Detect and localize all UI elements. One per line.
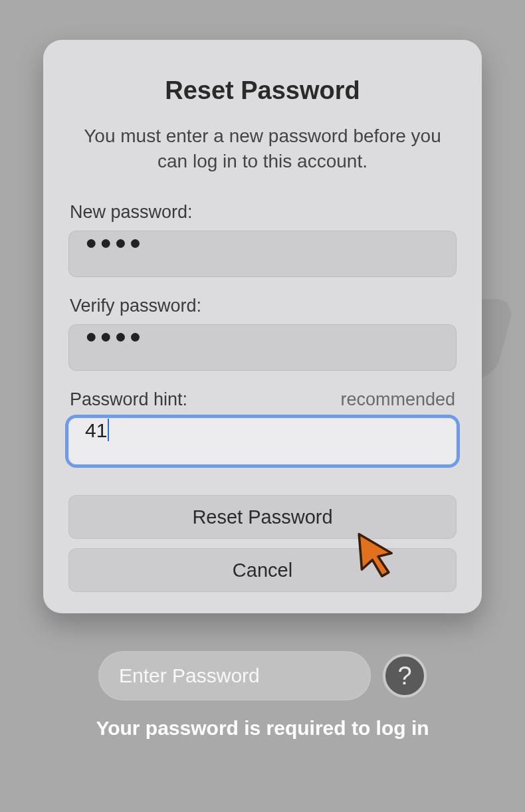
password-hint-value: 41: [85, 419, 107, 442]
verify-password-label: Verify password:: [70, 296, 201, 316]
cancel-button[interactable]: Cancel: [68, 548, 457, 592]
login-password-placeholder: Enter Password: [119, 664, 260, 687]
new-password-label: New password:: [70, 202, 193, 223]
login-caption: Your password is required to log in: [76, 715, 449, 742]
text-caret: [108, 419, 109, 441]
reset-password-dialog: Reset Password You must enter a new pass…: [43, 40, 482, 613]
help-icon[interactable]: ?: [383, 654, 427, 698]
new-password-group: New password: ●●●●: [68, 202, 457, 277]
dialog-title: Reset Password: [68, 76, 457, 105]
dialog-subtitle: You must enter a new password before you…: [68, 124, 457, 174]
login-area: Enter Password ? Your password is requir…: [0, 651, 525, 742]
password-hint-input[interactable]: 41: [68, 418, 457, 464]
verify-password-group: Verify password: ●●●●: [68, 296, 457, 371]
password-hint-label: Password hint:: [70, 389, 187, 410]
password-hint-group: Password hint: recommended 41: [68, 389, 457, 464]
password-hint-recommended: recommended: [340, 389, 455, 410]
login-password-input[interactable]: Enter Password: [98, 651, 371, 700]
new-password-input[interactable]: ●●●●: [68, 231, 457, 277]
verify-password-input[interactable]: ●●●●: [68, 324, 457, 371]
reset-password-button[interactable]: Reset Password: [68, 495, 457, 539]
dialog-buttons: Reset Password Cancel: [68, 495, 457, 592]
